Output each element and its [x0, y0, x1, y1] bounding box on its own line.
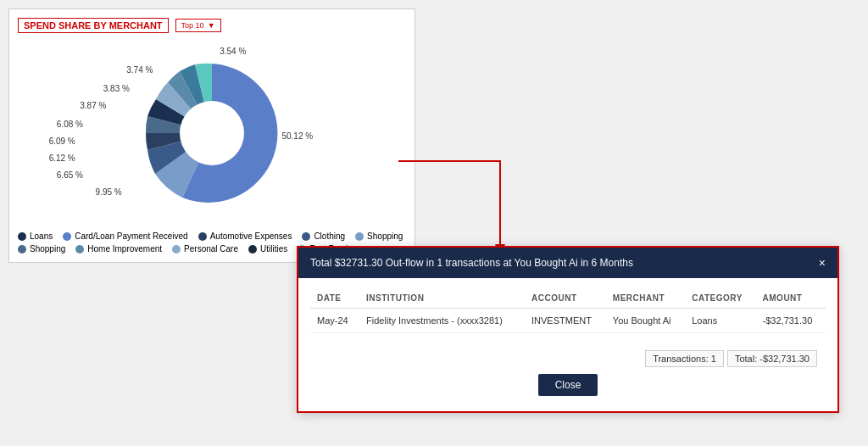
legend-dot-automotive: [198, 232, 207, 241]
legend-dot-card-loan: [63, 232, 71, 241]
label-6-08: 6.08 %: [57, 120, 83, 129]
legend-label-personal-care: Personal Care: [184, 244, 238, 254]
col-date: DATE: [310, 288, 359, 309]
label-3-83: 3.83 %: [103, 84, 130, 93]
label-3-54: 3.54 %: [220, 47, 246, 56]
col-institution: INSTITUTION: [359, 288, 525, 309]
col-account: ACCOUNT: [525, 288, 606, 309]
modal-panel: Total $32731.30 Out-flow in 1 transactio…: [297, 246, 839, 413]
legend-label-shopping2: Shopping: [30, 244, 65, 254]
legend-item-loans: Loans: [18, 231, 53, 241]
label-6-65: 6.65 %: [57, 170, 83, 180]
legend-item-shopping2: Shopping: [18, 244, 65, 254]
modal-title: Total $32731.30 Out-flow in 1 transactio…: [310, 257, 633, 269]
label-50-12: 50.12 %: [281, 131, 313, 141]
modal-header: Total $32731.30 Out-flow in 1 transactio…: [298, 248, 837, 278]
modal-footer: Transactions: 1 Total: -$32,731.30: [298, 343, 837, 374]
legend-item-clothing: Clothing: [302, 231, 345, 241]
label-6-09: 6.09 %: [49, 137, 75, 146]
legend-label-shopping1: Shopping: [367, 231, 403, 241]
table-header-row: DATE INSTITUTION ACCOUNT MERCHANT CATEGO…: [310, 288, 826, 309]
legend-label-home-improvement: Home Improvement: [87, 244, 162, 254]
legend-dot-utilities: [248, 245, 257, 254]
legend-label-utilities: Utilities: [260, 244, 287, 254]
legend-item-card-loan: Card/Loan Payment Received: [63, 231, 187, 241]
legend-label-loans: Loans: [30, 231, 53, 241]
legend-item-home-improvement: Home Improvement: [75, 244, 162, 254]
cell-merchant: You Bought Ai: [606, 309, 685, 333]
filter-label: Top 10: [181, 21, 204, 30]
chart-header: SPEND SHARE BY MERCHANT Top 10 ▼: [18, 18, 406, 33]
total-amount-badge: Total: -$32,731.30: [727, 350, 817, 367]
label-3-87: 3.87 %: [80, 101, 106, 110]
legend-item-shopping1: Shopping: [355, 231, 403, 241]
legend-label-clothing: Clothing: [314, 231, 345, 241]
modal-body: DATE INSTITUTION ACCOUNT MERCHANT CATEGO…: [298, 278, 837, 343]
col-category: CATEGORY: [685, 288, 755, 309]
chart-filter-dropdown[interactable]: Top 10 ▼: [175, 19, 221, 32]
legend-item-automotive: Automotive Expenses: [198, 231, 292, 241]
legend-dot-shopping1: [355, 232, 364, 241]
legend-dot-home-improvement: [75, 245, 84, 254]
label-9-95: 9.95 %: [96, 187, 122, 197]
modal-close-button[interactable]: ×: [819, 256, 826, 270]
legend-item-personal-care: Personal Care: [172, 244, 238, 254]
transactions-count-badge: Transactions: 1: [645, 350, 724, 367]
legend-dot-shopping2: [18, 245, 26, 254]
transactions-table: DATE INSTITUTION ACCOUNT MERCHANT CATEGO…: [310, 288, 826, 333]
chevron-down-icon: ▼: [208, 21, 215, 30]
col-amount: AMOUNT: [756, 288, 826, 309]
cell-category: Loans: [685, 309, 755, 333]
cell-date: May-24: [310, 309, 359, 333]
close-button-row: Close: [298, 374, 837, 411]
chart-title: SPEND SHARE BY MERCHANT: [18, 18, 169, 33]
legend-dot-loans: [18, 232, 26, 241]
footer-badges: Transactions: 1 Total: -$32,731.30: [645, 350, 817, 367]
chart-panel: SPEND SHARE BY MERCHANT Top 10 ▼ 3.54 % …: [8, 8, 415, 263]
legend-label-card-loan: Card/Loan Payment Received: [75, 231, 187, 241]
label-3-74: 3.74 %: [126, 65, 153, 75]
cell-institution: Fidelity Investments - (xxxx3281): [359, 309, 525, 333]
label-6-12: 6.12 %: [49, 153, 75, 163]
legend-dot-personal-care: [172, 245, 181, 254]
donut-labels: 3.54 % 3.74 % 3.83 % 3.87 % 6.08 % 6.09 …: [18, 40, 406, 226]
col-merchant: MERCHANT: [606, 288, 685, 309]
legend-item-utilities: Utilities: [248, 244, 287, 254]
legend-dot-clothing: [302, 232, 310, 241]
legend-label-automotive: Automotive Expenses: [210, 231, 292, 241]
cell-amount: -$32,731.30: [756, 309, 826, 333]
close-button[interactable]: Close: [538, 374, 598, 396]
table-row: May-24 Fidelity Investments - (xxxx3281)…: [310, 309, 826, 333]
donut-chart-area: 3.54 % 3.74 % 3.83 % 3.87 % 6.08 % 6.09 …: [18, 40, 406, 226]
cell-account: INVESTMENT: [525, 309, 606, 333]
